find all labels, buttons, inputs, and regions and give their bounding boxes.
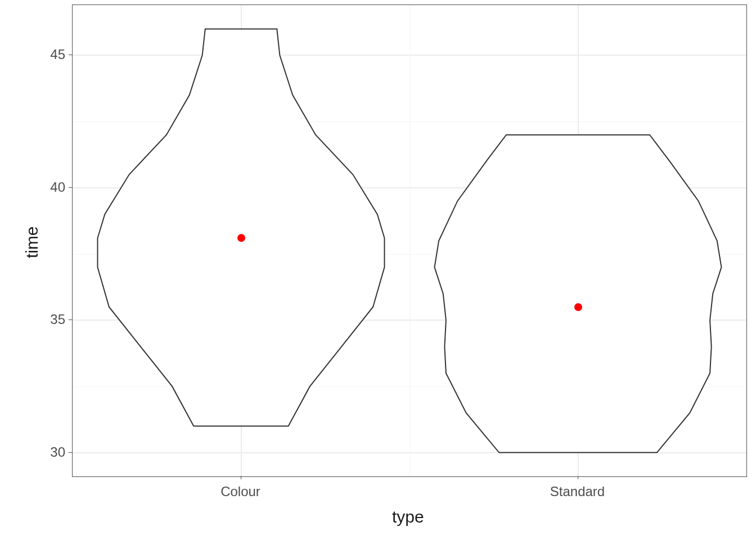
violin-standard: [73, 5, 746, 476]
y-tick-mark: [69, 452, 72, 453]
x-tick-label: Standard: [533, 484, 623, 500]
y-tick-label: 45: [50, 47, 65, 62]
y-tick-label: 35: [50, 312, 65, 327]
y-axis-title: time: [22, 226, 42, 258]
mean-point-standard: [574, 303, 582, 311]
x-tick-label: Colour: [196, 484, 286, 500]
plot-panel: [72, 4, 747, 477]
y-tick-mark: [69, 320, 72, 320]
y-tick-label: 30: [50, 444, 65, 460]
x-tick-mark: [578, 476, 578, 479]
chart-container: 30354045ColourStandard time type: [0, 0, 756, 540]
y-tick-mark: [69, 187, 72, 188]
x-tick-mark: [241, 476, 241, 479]
x-axis-title: type: [392, 507, 424, 526]
y-tick-label: 40: [50, 179, 65, 195]
y-tick-mark: [69, 55, 72, 55]
